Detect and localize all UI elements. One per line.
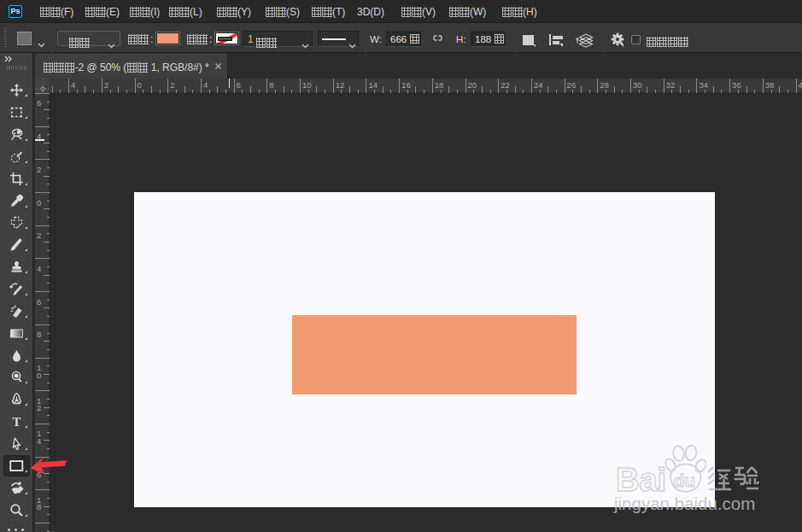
svg-text:du: du bbox=[674, 471, 696, 490]
